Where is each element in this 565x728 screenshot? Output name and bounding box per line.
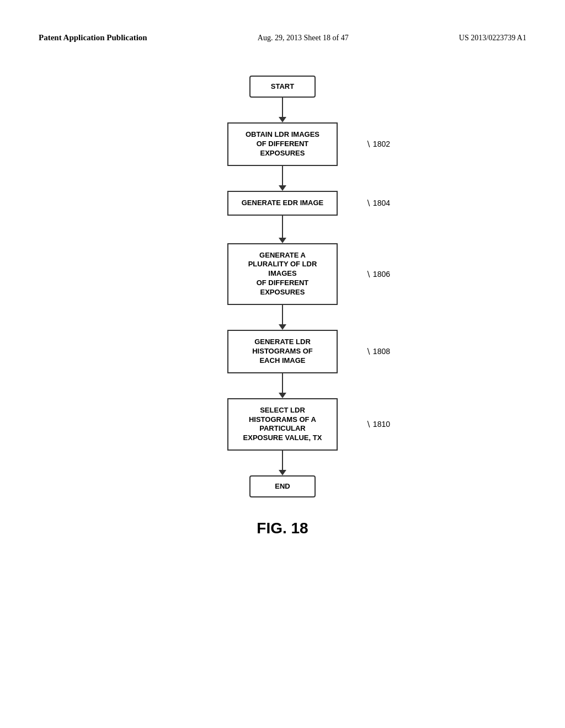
page: Patent Application Publication Aug. 29, …	[0, 0, 565, 728]
arrow-line-1	[282, 98, 283, 117]
start-row: START	[249, 76, 316, 98]
node-1806-row: GENERATE A PLURALITY OF LDR IMAGES OF DI…	[227, 243, 338, 305]
node-1802-row: OBTAIN LDR IMAGES OF DIFFERENT EXPOSURES…	[227, 122, 338, 166]
node-1810-ref: ∖ 1810	[366, 420, 390, 429]
arrow-line-5	[282, 373, 283, 393]
arrow-2	[279, 166, 286, 191]
flowchart: START OBTAIN LDR IMAGES OF DIFFERENT EXP…	[39, 76, 526, 497]
arrow-5	[279, 373, 286, 398]
node-1808-label: GENERATE LDR HISTOGRAMS OF EACH IMAGE	[252, 338, 313, 366]
arrow-line-6	[282, 451, 283, 470]
node-1804-label: GENERATE EDR IMAGE	[242, 199, 324, 208]
arrow-line-4	[282, 305, 283, 324]
end-label: END	[275, 482, 290, 491]
node-1806-box: GENERATE A PLURALITY OF LDR IMAGES OF DI…	[227, 243, 338, 305]
arrow-1	[279, 98, 286, 122]
arrow-head-2	[279, 185, 286, 191]
arrow-line-3	[282, 216, 283, 238]
node-1804-row: GENERATE EDR IMAGE ∖ 1804	[227, 191, 338, 216]
arrow-3	[279, 216, 286, 243]
publication-date-sheet: Aug. 29, 2013 Sheet 18 of 47	[258, 34, 349, 42]
arrow-line-2	[282, 166, 283, 185]
page-header: Patent Application Publication Aug. 29, …	[39, 33, 526, 42]
arrow-4	[279, 305, 286, 330]
end-row: END	[249, 475, 316, 497]
arrow-head-1	[279, 117, 286, 122]
node-1810-row: SELECT LDR HISTOGRAMS OF A PARTICULAR EX…	[227, 398, 338, 451]
arrow-6	[279, 451, 286, 475]
arrow-head-3	[279, 238, 286, 243]
node-1808-ref: ∖ 1808	[366, 347, 390, 356]
node-1808-box: GENERATE LDR HISTOGRAMS OF EACH IMAGE	[227, 330, 338, 373]
node-1806-label: GENERATE A PLURALITY OF LDR IMAGES OF DI…	[248, 251, 317, 297]
node-1802-label: OBTAIN LDR IMAGES OF DIFFERENT EXPOSURES	[246, 130, 319, 158]
figure-caption: FIG. 18	[39, 520, 526, 537]
arrow-head-6	[279, 470, 286, 475]
end-box: END	[249, 475, 316, 497]
node-1804-box: GENERATE EDR IMAGE	[227, 191, 338, 216]
node-1808-row: GENERATE LDR HISTOGRAMS OF EACH IMAGE ∖ …	[227, 330, 338, 373]
arrow-head-5	[279, 393, 286, 398]
node-1806-ref: ∖ 1806	[366, 270, 390, 279]
publication-number: US 2013/0223739 A1	[459, 34, 526, 42]
start-label: START	[271, 82, 294, 92]
arrow-head-4	[279, 324, 286, 330]
node-1810-box: SELECT LDR HISTOGRAMS OF A PARTICULAR EX…	[227, 398, 338, 451]
publication-title: Patent Application Publication	[39, 33, 147, 42]
node-1802-box: OBTAIN LDR IMAGES OF DIFFERENT EXPOSURES	[227, 122, 338, 166]
node-1810-label: SELECT LDR HISTOGRAMS OF A PARTICULAR EX…	[243, 406, 322, 443]
node-1804-ref: ∖ 1804	[366, 199, 390, 207]
node-1802-ref: ∖ 1802	[366, 140, 390, 148]
start-box: START	[249, 76, 316, 98]
